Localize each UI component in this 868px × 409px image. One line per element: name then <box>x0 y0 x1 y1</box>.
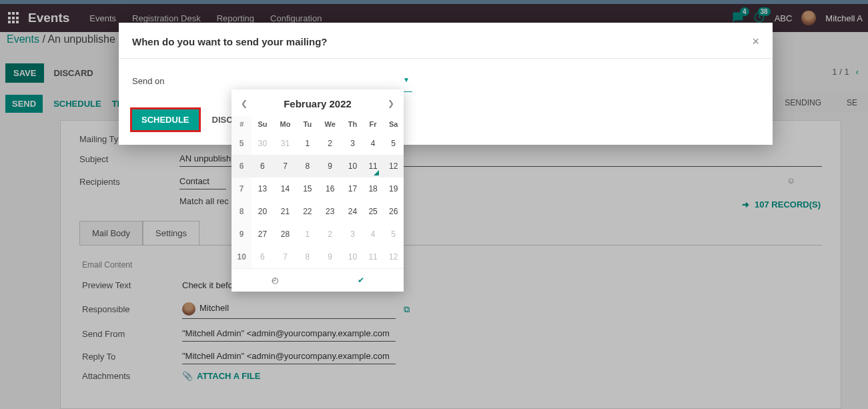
cal-title[interactable]: February 2022 <box>284 98 352 109</box>
cal-day[interactable]: 19 <box>383 177 404 200</box>
cal-day[interactable]: 17 <box>342 177 363 200</box>
cal-week: 9 <box>232 223 252 246</box>
cal-next-icon[interactable]: ❯ <box>385 96 397 111</box>
schedule-button[interactable]: SCHEDULE <box>132 109 199 130</box>
cal-day[interactable]: 14 <box>273 177 297 200</box>
cal-day[interactable]: 10 <box>342 246 363 268</box>
cal-day[interactable]: 5 <box>383 132 404 155</box>
cal-day[interactable]: 4 <box>363 132 383 155</box>
cal-day[interactable]: 3 <box>342 223 363 246</box>
cal-day[interactable]: 18 <box>363 177 383 200</box>
cal-day[interactable]: 15 <box>298 177 318 200</box>
cal-week: 8 <box>232 200 252 223</box>
cal-day[interactable]: 6 <box>252 155 273 177</box>
cal-week: 7 <box>232 177 252 200</box>
cal-day[interactable]: 20 <box>252 200 273 223</box>
cal-day[interactable]: 2 <box>318 223 342 246</box>
cal-day[interactable]: 8 <box>298 246 318 268</box>
cal-day[interactable]: 12 <box>383 155 404 177</box>
cal-day[interactable]: 12 <box>383 246 404 268</box>
cal-day[interactable]: 13 <box>252 177 273 200</box>
cal-day[interactable]: 9 <box>318 155 342 177</box>
cal-time-icon[interactable]: ◴ <box>232 269 318 292</box>
cal-prev-icon[interactable]: ❮ <box>238 96 250 111</box>
cal-confirm-icon[interactable]: ✔ <box>318 269 404 292</box>
cal-day[interactable]: 31 <box>273 132 297 155</box>
cal-day[interactable]: 8 <box>298 155 318 177</box>
cal-day[interactable]: 30 <box>252 132 273 155</box>
cal-day[interactable]: 1 <box>298 223 318 246</box>
cal-day[interactable]: 2 <box>318 132 342 155</box>
label-send-on: Send on <box>132 76 232 86</box>
cal-week: 10 <box>232 246 252 268</box>
cal-day[interactable]: 9 <box>318 246 342 268</box>
dropdown-caret-icon[interactable]: ▼ <box>403 76 410 83</box>
cal-day[interactable]: 24 <box>342 200 363 223</box>
cal-day[interactable]: 1 <box>298 132 318 155</box>
cal-day[interactable]: 27 <box>252 223 273 246</box>
modal-title: When do you want to send your mailing? <box>132 36 328 47</box>
cal-day[interactable]: 26 <box>383 200 404 223</box>
cal-day[interactable]: 5 <box>383 223 404 246</box>
cal-day[interactable]: 16 <box>318 177 342 200</box>
cal-grid: #SuMoTuWeThFrSa 530311234566789101112713… <box>232 116 404 268</box>
schedule-modal: When do you want to send your mailing? ×… <box>119 23 773 145</box>
close-icon[interactable]: × <box>752 35 759 49</box>
cal-day[interactable]: 3 <box>342 132 363 155</box>
cal-day[interactable]: 25 <box>363 200 383 223</box>
cal-day[interactable]: 28 <box>273 223 297 246</box>
cal-week: 5 <box>232 132 252 155</box>
cal-week: 6 <box>232 155 252 177</box>
cal-day[interactable]: 23 <box>318 200 342 223</box>
cal-day[interactable]: 6 <box>252 246 273 268</box>
cal-day[interactable]: 11 <box>363 246 383 268</box>
cal-day[interactable]: 7 <box>273 155 297 177</box>
cal-day[interactable]: 4 <box>363 223 383 246</box>
cal-day[interactable]: 22 <box>298 200 318 223</box>
cal-day[interactable]: 7 <box>273 246 297 268</box>
cal-day[interactable]: 21 <box>273 200 297 223</box>
cal-day[interactable]: 10 <box>342 155 363 177</box>
cal-day[interactable]: 11 <box>363 155 383 177</box>
datepicker: ❮ February 2022 ❯ #SuMoTuWeThFrSa 530311… <box>232 89 404 292</box>
